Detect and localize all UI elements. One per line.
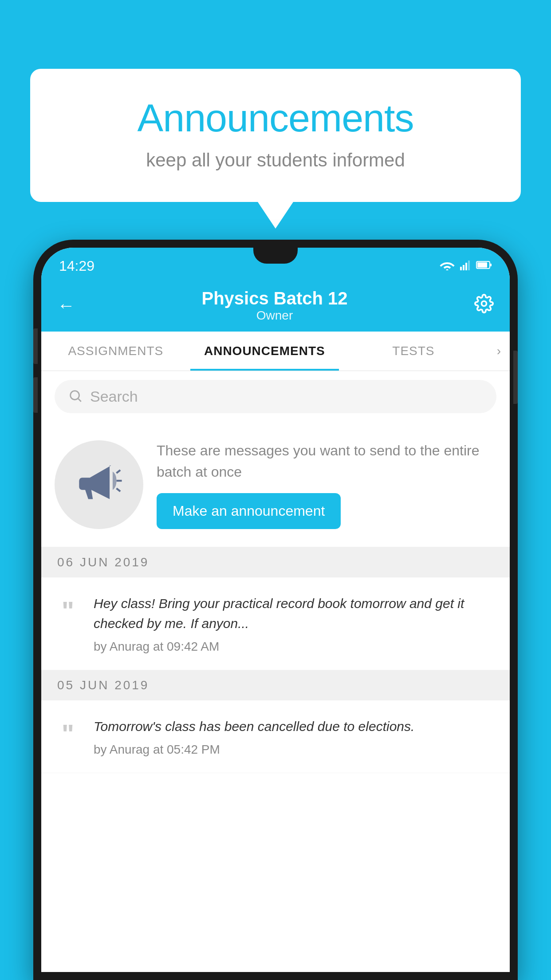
header-center: Physics Batch 12 Owner [201, 288, 347, 323]
search-placeholder: Search [90, 388, 138, 405]
vol-up-button[interactable] [33, 328, 38, 364]
promo-description: These are messages you want to send to t… [157, 440, 496, 482]
svg-rect-2 [463, 265, 464, 270]
bubble-tail [258, 202, 293, 229]
tab-announcements[interactable]: ANNOUNCEMENTS [190, 332, 339, 371]
phone-screen: 14:29 [41, 248, 510, 972]
search-icon [68, 388, 83, 405]
announcement-content-2: Tomorrow's class has been cancelled due … [94, 716, 496, 757]
status-time: 14:29 [59, 258, 94, 274]
svg-line-10 [117, 470, 121, 473]
svg-rect-7 [477, 262, 487, 268]
header-subtitle: Owner [201, 308, 347, 323]
make-announcement-button[interactable]: Make an announcement [157, 493, 341, 529]
bubble-subtitle: keep all your students informed [66, 150, 485, 171]
tab-more[interactable]: › [488, 332, 510, 371]
wifi-icon [440, 260, 455, 272]
svg-rect-6 [490, 264, 492, 266]
svg-point-8 [482, 301, 487, 306]
speech-bubble: Announcements keep all your students inf… [30, 69, 521, 202]
promo-card: These are messages you want to send to t… [41, 422, 510, 547]
announcement-content-1: Hey class! Bring your practical record b… [94, 593, 496, 654]
announcement-text-2: Tomorrow's class has been cancelled due … [94, 716, 496, 736]
promo-content: These are messages you want to send to t… [157, 440, 496, 529]
announcement-text-1: Hey class! Bring your practical record b… [94, 593, 496, 633]
date-separator-1: 06 JUN 2019 [41, 547, 510, 577]
signal-icon [460, 260, 471, 272]
header-title: Physics Batch 12 [201, 288, 347, 308]
tab-tests[interactable]: TESTS [339, 332, 488, 371]
bubble-title: Announcements [66, 95, 485, 141]
search-container: Search [41, 371, 510, 422]
quote-icon-1: " [55, 598, 81, 624]
tabs-bar: ASSIGNMENTS ANNOUNCEMENTS TESTS › [41, 332, 510, 371]
svg-rect-1 [460, 267, 462, 270]
promo-icon-circle [55, 440, 143, 529]
megaphone-icon [75, 459, 123, 510]
speech-bubble-container: Announcements keep all your students inf… [30, 69, 521, 229]
phone-frame: 14:29 [33, 240, 518, 980]
search-bar[interactable]: Search [55, 380, 496, 413]
back-button[interactable]: ← [57, 296, 75, 316]
status-icons [440, 260, 492, 272]
vol-down-button[interactable] [33, 377, 38, 413]
battery-icon [476, 261, 492, 271]
announcement-item-1[interactable]: " Hey class! Bring your practical record… [41, 577, 510, 670]
svg-line-12 [117, 488, 121, 491]
announcement-meta-2: by Anurag at 05:42 PM [94, 743, 496, 757]
date-separator-2: 05 JUN 2019 [41, 670, 510, 700]
svg-rect-3 [465, 263, 467, 270]
settings-icon[interactable] [474, 294, 494, 318]
app-header: ← Physics Batch 12 Owner [41, 280, 510, 332]
svg-point-0 [446, 269, 449, 271]
svg-rect-4 [468, 261, 470, 270]
announcement-item-2[interactable]: " Tomorrow's class has been cancelled du… [41, 700, 510, 773]
tab-assignments[interactable]: ASSIGNMENTS [41, 332, 190, 371]
announcement-meta-1: by Anurag at 09:42 AM [94, 640, 496, 654]
svg-point-9 [71, 391, 79, 399]
quote-icon-2: " [55, 721, 81, 747]
phone-notch [253, 248, 298, 264]
power-button[interactable] [513, 351, 518, 404]
